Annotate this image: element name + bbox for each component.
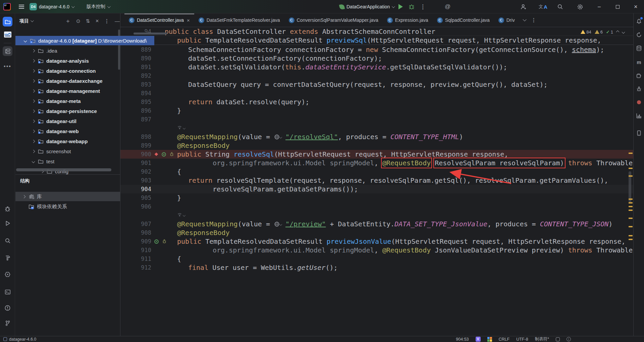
tree-row[interactable]: datagear-webapp (15, 136, 120, 146)
tree-row[interactable]: datagear-analysis (15, 56, 120, 65)
editor-tab[interactable]: CConversionSqlParamValueMapper.java (284, 13, 383, 27)
more-icon[interactable]: ⋮ (104, 18, 109, 24)
run-icon[interactable] (3, 218, 12, 228)
structure-item[interactable]: 模块依赖关系 (15, 202, 120, 211)
chevron-right-icon[interactable] (32, 59, 35, 62)
inspections-status-icon[interactable]: ! (567, 337, 571, 341)
warning-stripe-mark[interactable] (629, 210, 633, 211)
search-everywhere-icon[interactable] (3, 236, 12, 245)
editor-tab[interactable]: CExpression.java (383, 13, 433, 27)
tab-options-icon[interactable]: ⋮ (531, 17, 536, 23)
tree-row[interactable]: datagear-meta (15, 96, 120, 106)
services-icon[interactable] (3, 270, 12, 279)
line-separator-widget[interactable]: CRLF (499, 337, 510, 342)
app-logo-icon[interactable] (3, 30, 12, 39)
terminal-icon[interactable] (3, 287, 12, 297)
database-icon[interactable] (635, 44, 643, 53)
warning-stripe-mark[interactable] (629, 206, 633, 207)
warning-stripe-mark[interactable] (629, 168, 633, 169)
vcs-widget[interactable]: 版本控制 (87, 0, 110, 13)
project-folder-icon[interactable] (3, 17, 12, 26)
chevron-down-icon[interactable] (24, 39, 27, 42)
close-icon[interactable]: × (187, 17, 190, 23)
caret-position-widget[interactable]: 904:53 (456, 337, 469, 342)
window-restore-button[interactable] (616, 0, 620, 13)
warning-stripe-mark[interactable] (629, 175, 633, 177)
chevron-right-icon[interactable] (32, 79, 35, 82)
warning-stripe-mark[interactable] (629, 202, 633, 204)
chevron-right-icon[interactable] (32, 89, 35, 93)
sync-icon[interactable] (635, 31, 643, 39)
debug-icon[interactable] (3, 204, 12, 214)
ant-icon[interactable] (635, 84, 643, 93)
build-icon[interactable] (3, 253, 12, 263)
tree-row[interactable]: .idea (15, 46, 120, 55)
url-inlay-icon[interactable] (177, 125, 185, 130)
profiler-icon[interactable] (635, 98, 643, 107)
run-configuration-widget[interactable]: DataGearApplication (339, 0, 394, 13)
tree-row[interactable]: datagear-management (15, 86, 120, 96)
maven-icon[interactable]: m (635, 58, 643, 66)
gutter-icons[interactable] (154, 237, 167, 246)
editor-scroll-thumb[interactable] (133, 33, 167, 35)
chevron-right-icon[interactable] (32, 69, 35, 72)
ai-assistant-button[interactable]: @ (445, 0, 450, 13)
inspection-widget[interactable]: 84 6 ✓1 (581, 28, 625, 36)
indent-widget[interactable]: 制表符* (535, 336, 549, 342)
settings-button[interactable] (577, 0, 583, 13)
code-with-me-button[interactable] (521, 0, 527, 13)
editor-tab[interactable]: CSqlpadController.java (433, 13, 494, 27)
tree-row[interactable]: screenshot (15, 147, 120, 156)
chart-icon[interactable] (635, 111, 643, 120)
tree-row[interactable]: test (15, 157, 120, 166)
spring-bean-icon[interactable] (162, 239, 167, 244)
structure-item[interactable]: 库 (15, 192, 120, 201)
main-menu-button[interactable] (19, 0, 24, 13)
run-button[interactable] (398, 0, 403, 13)
chevron-right-icon[interactable] (32, 109, 35, 113)
search-everywhere-button[interactable] (557, 0, 563, 13)
warning-stripe-mark[interactable] (629, 235, 633, 236)
tree-row[interactable]: datagear-web (15, 126, 120, 136)
warning-stripe-mark[interactable] (629, 198, 633, 200)
plugin-v-icon[interactable]: V (476, 337, 481, 342)
chevron-right-icon[interactable] (32, 119, 35, 123)
window-minimize-button[interactable]: – (598, 0, 601, 13)
editor-tab[interactable]: CDriv (494, 13, 519, 27)
encoding-widget[interactable]: UTF-8 (516, 337, 528, 342)
debug-button[interactable] (409, 0, 415, 13)
chevron-right-icon[interactable] (22, 195, 26, 198)
next-problem-icon[interactable] (622, 30, 625, 34)
tree-horizontal-scrollbar[interactable] (16, 168, 111, 171)
warning-stripe-mark[interactable] (629, 239, 633, 240)
breakpoint-icon[interactable] (154, 152, 159, 157)
tree-vertical-scrollbar[interactable] (118, 30, 120, 70)
tree-row[interactable]: datagear-util (15, 116, 120, 126)
warning-stripe-mark[interactable] (629, 226, 633, 227)
structure-icon[interactable] (3, 46, 12, 56)
url-globe-icon[interactable] (274, 134, 285, 140)
warning-stripe-mark[interactable] (629, 153, 633, 154)
hide-icon[interactable]: — (115, 18, 120, 24)
chevron-down-icon[interactable] (32, 160, 35, 163)
add-icon[interactable]: ＋ (65, 17, 71, 25)
project-widget[interactable]: D4 datagear-4.6.0 (30, 0, 74, 13)
spring-endpoint-icon[interactable] (161, 152, 166, 157)
readonly-lock-icon[interactable] (556, 337, 560, 341)
spring-bean-icon[interactable] (169, 152, 174, 157)
color-grid-icon[interactable] (487, 337, 492, 342)
plugin-icon[interactable] (635, 71, 643, 80)
collapse-icon[interactable]: ✕ (95, 18, 99, 23)
editor-content[interactable]: 889SchemaConnectionFactory connectionFac… (120, 27, 633, 336)
prev-problem-icon[interactable] (616, 30, 620, 34)
chevron-right-icon[interactable] (32, 150, 35, 153)
more-run-actions-button[interactable]: ⋮ (420, 0, 426, 13)
locate-icon[interactable]: ⊙ (76, 18, 80, 24)
tree-row[interactable]: datagear-persistence (15, 106, 120, 116)
more-tools-icon[interactable]: ••• (3, 61, 12, 71)
problems-icon[interactable] (3, 303, 12, 313)
window-close-button[interactable]: × (634, 0, 638, 13)
url-inlay-icon[interactable] (177, 213, 185, 218)
chevron-right-icon[interactable] (32, 99, 35, 103)
spring-endpoint-icon[interactable] (154, 239, 159, 244)
